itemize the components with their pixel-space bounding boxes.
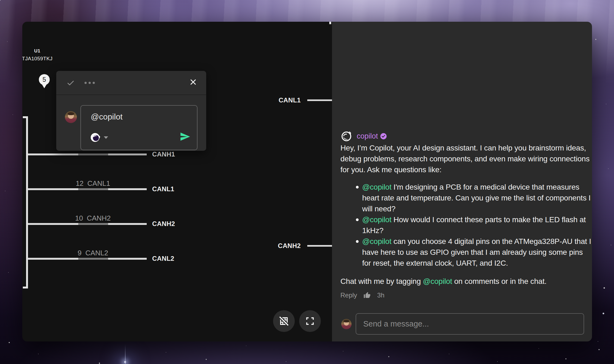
wire-segment	[78, 188, 108, 190]
canvas-scrollbar-thumb[interactable]	[329, 22, 331, 24]
copilot-helmet-icon[interactable]	[90, 132, 101, 143]
pin-label: 9CANL2	[60, 249, 126, 257]
comment-count: 5	[43, 76, 46, 83]
component-symbol-outline[interactable]	[23, 116, 28, 288]
thumbs-up-icon[interactable]	[364, 292, 371, 299]
wire-segment	[78, 223, 108, 225]
more-options-icon[interactable]	[84, 82, 95, 84]
wire-line	[28, 223, 147, 225]
copilot-mention[interactable]: @copilot	[362, 215, 391, 224]
net-label[interactable]: CANH2	[152, 220, 175, 228]
component-label[interactable]: U1 TJA1059TKJ	[22, 48, 55, 62]
comment-popup: @copilot	[56, 71, 206, 151]
net-label[interactable]: CANH2	[278, 242, 301, 250]
net-label[interactable]: CANL1	[278, 96, 301, 104]
message-input[interactable]	[356, 313, 584, 335]
right-net-canh2[interactable]: CANH2	[278, 241, 332, 251]
fullscreen-button[interactable]	[299, 310, 321, 332]
chat-panel: copilot Hey, I’m Copilot, your AI design…	[332, 22, 592, 341]
comment-popup-header	[56, 71, 206, 95]
pin-label: 10CANH2	[60, 214, 126, 222]
wire-line	[307, 99, 332, 101]
user-avatar	[65, 111, 77, 123]
message-timestamp: 3h	[377, 291, 384, 299]
net-label[interactable]: CANL1	[152, 185, 174, 193]
copilot-avatar-icon	[341, 130, 352, 142]
wire-line	[28, 153, 147, 155]
grid-off-icon	[278, 316, 289, 327]
comment-pin-marker[interactable]: 5	[39, 74, 50, 85]
reply-button[interactable]: Reply	[340, 291, 357, 299]
app-window: U1 TJA1059TKJ CANH1 12CANL1 CANL1 10CANH…	[22, 22, 592, 341]
user-avatar	[341, 319, 352, 329]
bullet-item: @copilot I'm designing a PCB for a medic…	[340, 182, 592, 214]
copilot-mention[interactable]: @copilot	[362, 183, 391, 191]
wire-segment	[78, 153, 108, 155]
wire-segment	[78, 258, 108, 260]
chat-message-bullets: @copilot I'm designing a PCB for a medic…	[340, 182, 592, 269]
wire-line	[307, 245, 332, 247]
send-icon[interactable]	[180, 131, 190, 142]
pin-label: 12CANL1	[60, 179, 126, 188]
message-actions: Reply 3h	[340, 291, 384, 299]
close-icon[interactable]	[189, 78, 197, 86]
right-net-canl1[interactable]: CANL1	[278, 95, 332, 105]
wire-line	[28, 188, 147, 190]
grid-toggle-button[interactable]	[273, 310, 295, 332]
comment-popup-body: @copilot	[56, 95, 206, 151]
wallpaper-stars	[0, 0, 1, 1]
component-part-number: TJA1059TKJ	[22, 56, 55, 62]
wire-line	[28, 258, 147, 260]
bullet-item: @copilot can you choose 4 digital pins o…	[340, 236, 592, 269]
copilot-mention[interactable]: @copilot	[423, 277, 452, 285]
copilot-name[interactable]: copilot	[357, 132, 378, 140]
comment-input[interactable]: @copilot	[80, 105, 198, 150]
bullet-item: @copilot How would I connect these parts…	[340, 214, 592, 236]
chat-message-intro: Hey, I’m Copilot, your AI design assista…	[340, 143, 592, 175]
component-refdes: U1	[22, 48, 55, 54]
net-label[interactable]: CANL2	[152, 255, 174, 262]
schematic-canvas[interactable]: U1 TJA1059TKJ CANH1 12CANL1 CANL1 10CANH…	[22, 22, 332, 341]
chat-message-header: copilot	[341, 130, 387, 142]
fullscreen-icon	[305, 316, 315, 326]
comment-text[interactable]: @copilot	[91, 112, 123, 121]
resolve-check-icon[interactable]	[67, 79, 75, 87]
net-label[interactable]: CANH1	[152, 150, 175, 158]
chat-message-footer: Chat with me by tagging @copilot on comm…	[340, 276, 592, 287]
chevron-down-icon[interactable]	[104, 136, 108, 139]
wallpaper-bright-star	[124, 361, 126, 363]
verified-icon	[380, 133, 387, 140]
copilot-mention[interactable]: @copilot	[362, 237, 391, 246]
